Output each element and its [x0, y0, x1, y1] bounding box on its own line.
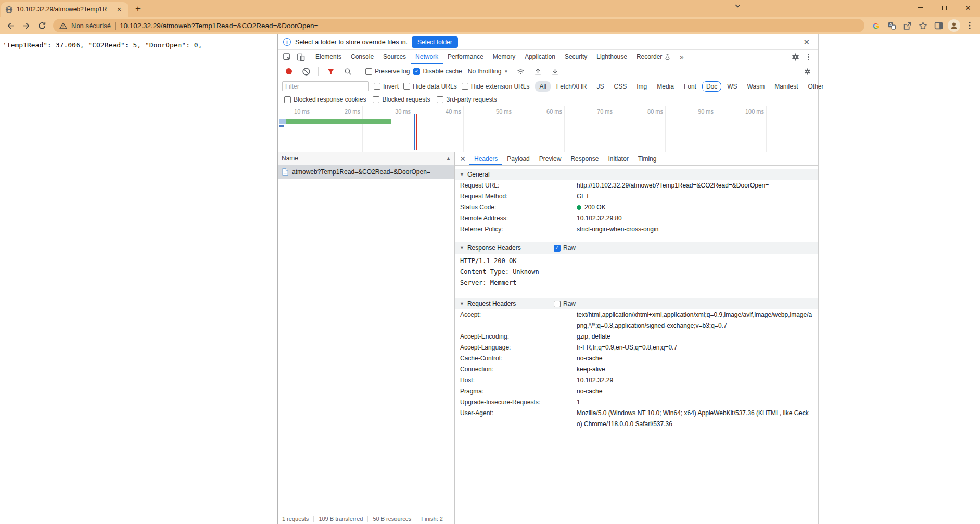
tab-memory[interactable]: Memory [488, 50, 520, 64]
checkbox-icon [437, 96, 443, 103]
filter-toggle-button[interactable] [324, 64, 337, 79]
response-headers-title: Response Headers [467, 244, 521, 252]
chip-all[interactable]: All [535, 81, 550, 92]
chip-font[interactable]: Font [680, 81, 701, 92]
reload-button[interactable] [34, 18, 49, 33]
network-overview-timeline[interactable]: 10 ms 20 ms 30 ms 40 ms 50 ms 60 ms 70 m… [278, 106, 818, 152]
select-folder-button[interactable]: Select folder [412, 36, 458, 48]
checkbox-icon [365, 68, 372, 75]
hide-extension-urls-checkbox[interactable]: Hide extension URLs [462, 83, 530, 90]
details-tab-timing[interactable]: Timing [633, 152, 661, 165]
window-close-button[interactable]: ✕ [956, 0, 980, 16]
header-row: Pragma: no-cache [455, 386, 818, 397]
throttling-select[interactable]: No throttling▼ [466, 68, 511, 75]
more-tabs-button[interactable]: » [676, 53, 688, 61]
blocked-response-cookies-checkbox[interactable]: Blocked response cookies [284, 96, 366, 103]
tab-performance[interactable]: Performance [443, 50, 488, 64]
minimize-button[interactable] [908, 0, 932, 16]
device-toolbar-button[interactable] [294, 50, 307, 64]
third-party-requests-checkbox[interactable]: 3rd-party requests [437, 96, 497, 103]
translate-button[interactable]: A [884, 18, 899, 33]
tab-console[interactable]: Console [346, 50, 378, 64]
grid-line [463, 106, 464, 152]
chip-ws[interactable]: WS [723, 81, 741, 92]
share-button[interactable] [900, 18, 914, 33]
import-har-button[interactable] [531, 64, 544, 79]
response-headers-section: ▼ Response Headers Raw HTTP/1.1 200 OK C… [455, 242, 818, 291]
details-tab-payload[interactable]: Payload [502, 152, 534, 165]
name-column-header[interactable]: Name ▲ [278, 152, 454, 165]
chip-js[interactable]: JS [593, 81, 608, 92]
request-row[interactable]: atmoweb?Temp1Read=&CO2Read=&DoorOpen= [278, 165, 454, 179]
inspect-element-button[interactable] [280, 50, 294, 64]
request-headers-section-header[interactable]: ▼ Request Headers Raw [455, 298, 818, 309]
record-network-log-button[interactable] [282, 64, 296, 79]
tab-network[interactable]: Network [411, 50, 443, 64]
settings-gear-icon[interactable] [791, 53, 800, 61]
tab-application[interactable]: Application [520, 50, 560, 64]
response-headers-section-header[interactable]: ▼ Response Headers Raw [455, 242, 818, 254]
filter-input[interactable] [282, 81, 369, 91]
forward-button[interactable] [19, 18, 33, 33]
tab-recorder[interactable]: Recorder [632, 50, 676, 64]
status-code-value: 200 OK [584, 204, 606, 211]
header-value: 1 [577, 397, 813, 408]
clear-network-log-button[interactable] [299, 64, 313, 79]
new-tab-button[interactable]: + [131, 2, 145, 16]
tab-search-button[interactable] [734, 2, 742, 12]
collapse-triangle-icon: ▼ [460, 301, 464, 306]
hide-extension-urls-label: Hide extension URLs [471, 83, 530, 90]
tab-elements[interactable]: Elements [311, 50, 346, 64]
header-value: fr-FR,fr;q=0.9,en-US;q=0.8,en;q=0.7 [577, 342, 813, 353]
browser-tab[interactable]: 10.102.32.29/atmoweb?Temp1R × [1, 2, 128, 17]
general-section-header[interactable]: ▼ General [455, 169, 818, 180]
summary-transferred: 109 B transferred [313, 516, 367, 522]
header-value: no-cache [577, 353, 813, 364]
tab-security[interactable]: Security [560, 50, 592, 64]
tab-sources[interactable]: Sources [378, 50, 411, 64]
close-details-button[interactable]: ✕ [456, 152, 469, 165]
chip-wasm[interactable]: Wasm [743, 81, 769, 92]
side-panel-button[interactable] [931, 18, 946, 33]
clear-icon [302, 67, 311, 76]
header-key: Status Code: [460, 202, 577, 213]
tab-close-button[interactable]: × [114, 5, 124, 14]
header-row: Accept: text/html,application/xhtml+xml,… [455, 309, 818, 331]
details-tab-response[interactable]: Response [566, 152, 603, 165]
maximize-button[interactable] [932, 0, 956, 16]
blocked-requests-checkbox[interactable]: Blocked requests [373, 96, 430, 103]
google-extension-button[interactable]: G [869, 18, 883, 33]
chip-doc[interactable]: Doc [702, 81, 721, 92]
browser-menu-button[interactable] [962, 18, 977, 33]
request-raw-checkbox[interactable]: Raw [554, 300, 576, 307]
profile-avatar[interactable] [947, 18, 961, 33]
network-conditions-button[interactable] [514, 64, 527, 79]
chip-css[interactable]: CSS [610, 81, 631, 92]
content-area: 'Temp1Read": 37.006, "CO2Read": 5, "Door… [0, 34, 980, 524]
hide-data-urls-checkbox[interactable]: Hide data URLs [403, 83, 457, 90]
response-raw-checkbox[interactable]: Raw [554, 244, 576, 252]
devtools-menu-kebab-icon[interactable] [805, 53, 812, 61]
details-tab-preview[interactable]: Preview [534, 152, 566, 165]
details-tab-headers[interactable]: Headers [469, 152, 502, 165]
chip-media[interactable]: Media [653, 81, 678, 92]
chip-fetch-xhr[interactable]: Fetch/XHR [552, 81, 591, 92]
back-button[interactable] [3, 18, 18, 33]
tab-lighthouse[interactable]: Lighthouse [592, 50, 632, 64]
person-icon [950, 21, 958, 30]
chip-other[interactable]: Other [804, 81, 828, 92]
search-network-button[interactable] [341, 64, 354, 79]
bookmark-star-button[interactable] [915, 18, 930, 33]
details-tab-initiator[interactable]: Initiator [603, 152, 633, 165]
chip-manifest[interactable]: Manifest [770, 81, 802, 92]
infobar-close-button[interactable]: ✕ [800, 38, 813, 47]
export-har-button[interactable] [548, 64, 562, 79]
chevron-down-icon [734, 2, 742, 10]
infobar-message: Select a folder to store override files … [295, 39, 408, 46]
disable-cache-checkbox[interactable]: Disable cache [413, 68, 462, 75]
address-bar[interactable]: Non sécurisé 10.102.32.29/atmoweb?Temp1R… [53, 19, 864, 32]
preserve-log-checkbox[interactable]: Preserve log [365, 68, 410, 75]
chip-img[interactable]: Img [632, 81, 651, 92]
invert-checkbox[interactable]: Invert [374, 83, 399, 90]
network-settings-button[interactable] [800, 64, 814, 79]
